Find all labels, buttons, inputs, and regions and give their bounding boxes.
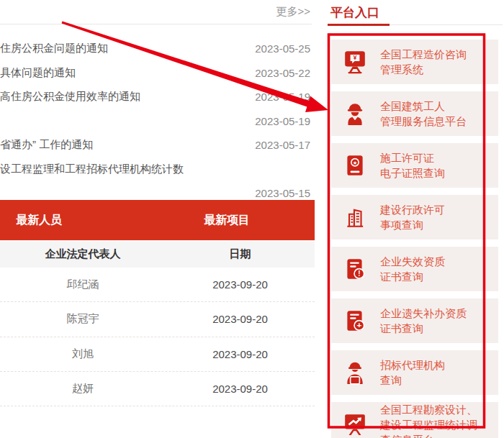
svg-text:¥: ¥ <box>353 54 356 61</box>
notice-row[interactable]: 住房公积金问题的通知2023-05-25 <box>0 37 312 61</box>
notice-row[interactable]: 具体问题的通知2023-05-22 <box>0 61 312 86</box>
platform-panel-title: 平台入口 <box>328 4 379 21</box>
notice-date: 2023-05-19 <box>255 115 312 127</box>
notice-date: 2023-05-22 <box>255 67 312 79</box>
table-row[interactable]: 赵妍2023-09-20 <box>0 372 315 406</box>
platform-entry[interactable]: 建设行政许可事项查询 <box>331 195 498 239</box>
more-link[interactable]: 更多>> <box>276 5 312 19</box>
platform-entry[interactable]: ¥ 全国工程造价咨询管理系统 <box>331 40 498 84</box>
platform-entry-list: ¥ 全国工程造价咨询管理系统 全国建筑工人管理服务信息平台 ★ 施工许可证电子证… <box>331 40 498 438</box>
table-row[interactable]: 陈冠宇2023-09-20 <box>0 302 315 337</box>
construction-worker-icon <box>343 101 367 126</box>
table-row[interactable]: 刘旭2023-09-20 <box>0 337 315 372</box>
platform-entry[interactable]: 全国工程勘察设计、建设工程监理统计调查信息平台 <box>331 402 498 438</box>
cell-legal-representative: 刘旭 <box>0 347 166 361</box>
cell-legal-representative: 陈冠宇 <box>0 312 166 326</box>
entry-label: 招标代理机构查询 <box>380 357 445 388</box>
monitor-trend-icon <box>343 412 367 437</box>
cell-legal-representative: 邱纪涵 <box>0 278 166 291</box>
table-tab-bar: 最新人员 最新项目 <box>0 200 315 240</box>
cell-date: 2023-09-20 <box>166 313 315 325</box>
entry-label: 企业失效资质证书查询 <box>380 254 445 284</box>
entry-label: 建设行政许可事项查询 <box>380 202 445 232</box>
notice-section-header: 更多>> <box>0 0 312 24</box>
entry-label: 企业遗失补办资质证书查询 <box>380 306 467 336</box>
buildings-icon <box>343 205 367 229</box>
cell-date: 2023-09-20 <box>166 348 315 360</box>
personnel-table-body: 邱纪涵2023-09-20陈冠宇2023-09-20刘旭2023-09-20赵妍… <box>0 268 315 406</box>
notice-row[interactable]: 设工程监理和工程招标代理机构统计数 <box>0 158 312 182</box>
cell-legal-representative: 赵妍 <box>0 382 166 396</box>
svg-text:!: ! <box>358 270 360 278</box>
notice-title: 住房公积金问题的通知 <box>0 42 108 55</box>
column-header-legal-representative: 企业法定代表人 <box>0 247 166 261</box>
document-alert-icon: ! <box>343 257 367 281</box>
tab-latest-personnel[interactable]: 最新人员 <box>16 200 62 240</box>
svg-text:+: + <box>356 320 361 329</box>
platform-entry[interactable]: 全国建筑工人管理服务信息平台 <box>331 91 498 136</box>
panel-title-underline <box>328 24 390 26</box>
platform-entry[interactable]: !企业失效资质证书查询 <box>331 247 498 291</box>
tab-latest-projects[interactable]: 最新项目 <box>204 200 250 240</box>
notice-row[interactable]: 省通办” 工作的通知2023-05-17 <box>0 133 312 158</box>
platform-entry[interactable]: ★ 施工许可证电子证照查询 <box>331 143 498 188</box>
certificate-star-icon: ★ <box>343 153 367 178</box>
table-header-row: 企业法定代表人 日期 <box>0 240 315 268</box>
notice-list: 住房公积金问题的通知2023-05-25具体问题的通知2023-05-22高住房… <box>0 37 312 206</box>
column-header-date: 日期 <box>166 247 315 261</box>
platform-panel-header: 平台入口 <box>328 0 503 25</box>
entry-label: 全国工程勘察设计、建设工程监理统计调查信息平台 <box>380 402 477 438</box>
notice-row[interactable]: 高住房公积金使用效率的通知2023-05-19 <box>0 85 312 109</box>
notice-date: 2023-05-25 <box>255 42 312 55</box>
document-plus-icon: + <box>343 309 367 333</box>
notice-title: 省通办” 工作的通知 <box>0 138 93 152</box>
notice-row[interactable]: 2023-05-19 <box>0 109 312 134</box>
entry-label: 施工许可证电子证照查询 <box>380 150 445 181</box>
notice-date: 2023-05-17 <box>255 139 312 151</box>
notice-title: 高住房公积金使用效率的通知 <box>0 90 140 104</box>
cell-date: 2023-09-20 <box>166 278 315 291</box>
entry-label: 全国工程造价咨询管理系统 <box>380 47 467 77</box>
table-row[interactable]: 邱纪涵2023-09-20 <box>0 268 315 302</box>
notice-title: 设工程监理和工程招标代理机构统计数 <box>0 163 184 176</box>
worker-clipboard-icon <box>343 360 367 385</box>
platform-entry[interactable]: 招标代理机构查询 <box>331 350 498 395</box>
notice-date: 2023-05-15 <box>255 187 312 199</box>
svg-text:★: ★ <box>353 160 358 166</box>
entry-label: 全国建筑工人管理服务信息平台 <box>380 99 467 129</box>
notice-date: 2023-05-19 <box>255 91 312 103</box>
monitor-yen-icon: ¥ <box>343 50 367 74</box>
platform-entry[interactable]: +企业遗失补办资质证书查询 <box>331 298 498 343</box>
personnel-table-card: 最新人员 最新项目 企业法定代表人 日期 邱纪涵2023-09-20陈冠宇202… <box>0 200 315 406</box>
notice-title: 具体问题的通知 <box>0 66 76 80</box>
cell-date: 2023-09-20 <box>166 383 315 395</box>
